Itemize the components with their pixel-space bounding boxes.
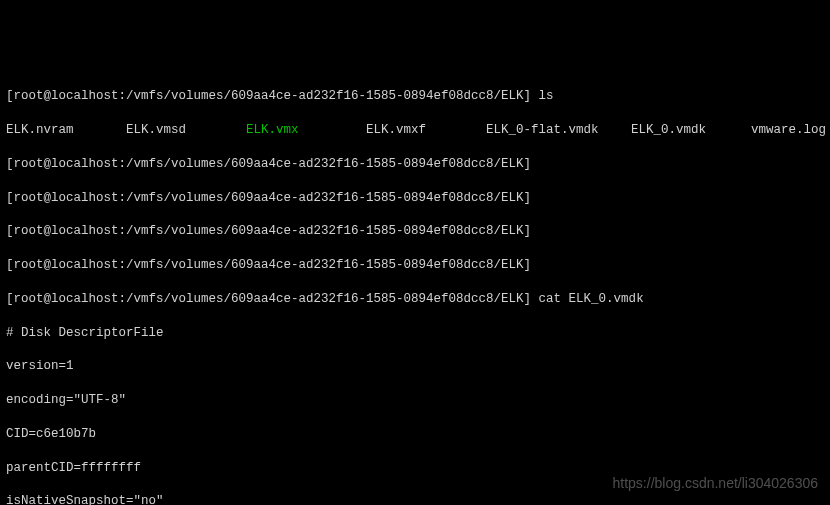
file-nvram: ELK.nvram — [6, 122, 126, 139]
vmdk-encoding: encoding="UTF-8" — [6, 392, 824, 409]
shell-prompt: [root@localhost:/vmfs/volumes/609aa4ce-a… — [6, 258, 531, 272]
command-ls: ls — [539, 89, 554, 103]
file-vmwarelog: vmware.log — [751, 122, 826, 139]
shell-prompt: [root@localhost:/vmfs/volumes/609aa4ce-a… — [6, 224, 531, 238]
command-cat: cat ELK_0.vmdk — [539, 292, 644, 306]
file-vmxf: ELK.vmxf — [366, 122, 486, 139]
file-vmdk: ELK_0.vmdk — [631, 122, 751, 139]
vmdk-version: version=1 — [6, 358, 824, 375]
vmdk-nativesnapshot: isNativeSnapshot="no" — [6, 493, 824, 505]
vmdk-cid: CID=c6e10b7b — [6, 426, 824, 443]
shell-prompt: [root@localhost:/vmfs/volumes/609aa4ce-a… — [6, 157, 531, 171]
shell-prompt: [root@localhost:/vmfs/volumes/609aa4ce-a… — [6, 191, 531, 205]
file-vmsd: ELK.vmsd — [126, 122, 246, 139]
terminal-output: [root@localhost:/vmfs/volumes/609aa4ce-a… — [6, 72, 824, 506]
file-vmx: ELK.vmx — [246, 122, 366, 139]
shell-prompt: [root@localhost:/vmfs/volumes/609aa4ce-a… — [6, 292, 531, 306]
shell-prompt: [root@localhost:/vmfs/volumes/609aa4ce-a… — [6, 89, 531, 103]
watermark-text: https://blog.csdn.net/li304026306 — [613, 474, 819, 493]
ls-output-row: ELK.nvramELK.vmsdELK.vmxELK.vmxfELK_0-fl… — [6, 122, 824, 139]
vmdk-header: # Disk DescriptorFile — [6, 325, 824, 342]
file-flat-vmdk: ELK_0-flat.vmdk — [486, 122, 631, 139]
